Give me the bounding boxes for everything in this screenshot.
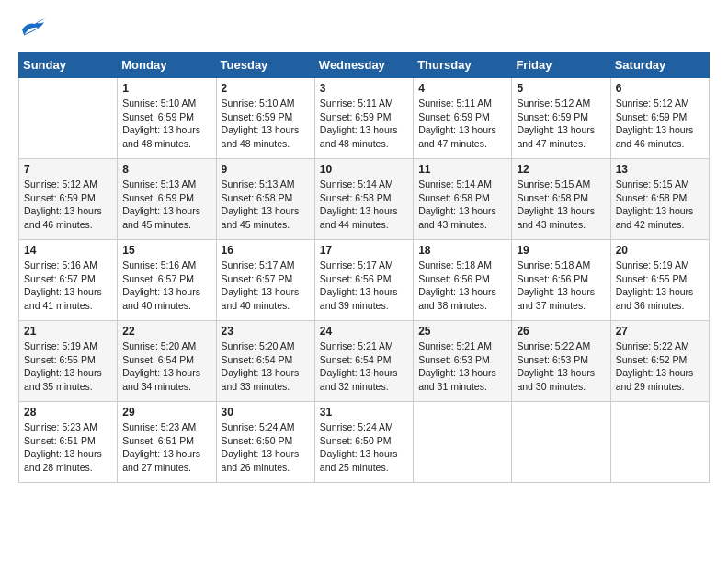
day-number: 4 bbox=[418, 82, 506, 95]
day-number: 29 bbox=[122, 406, 210, 419]
day-cell bbox=[512, 402, 610, 483]
day-number: 10 bbox=[320, 163, 408, 176]
day-cell: 8Sunrise: 5:13 AMSunset: 6:59 PMDaylight… bbox=[118, 159, 216, 240]
day-number: 30 bbox=[222, 406, 310, 419]
week-row-1: 1Sunrise: 5:10 AMSunset: 6:59 PMDaylight… bbox=[19, 78, 710, 159]
day-info: Sunrise: 5:16 AMSunset: 6:57 PMDaylight:… bbox=[122, 259, 210, 313]
day-info: Sunrise: 5:13 AMSunset: 6:58 PMDaylight:… bbox=[222, 178, 310, 232]
day-info: Sunrise: 5:16 AMSunset: 6:57 PMDaylight:… bbox=[24, 259, 112, 313]
day-number: 1 bbox=[122, 82, 210, 95]
day-cell: 11Sunrise: 5:14 AMSunset: 6:58 PMDayligh… bbox=[414, 159, 512, 240]
day-cell bbox=[414, 402, 512, 483]
day-info: Sunrise: 5:12 AMSunset: 6:59 PMDaylight:… bbox=[24, 178, 112, 232]
day-cell: 27Sunrise: 5:22 AMSunset: 6:52 PMDayligh… bbox=[610, 321, 709, 402]
day-info: Sunrise: 5:18 AMSunset: 6:56 PMDaylight:… bbox=[517, 259, 605, 313]
day-cell: 25Sunrise: 5:21 AMSunset: 6:53 PMDayligh… bbox=[414, 321, 512, 402]
day-number: 25 bbox=[418, 325, 506, 338]
day-number: 3 bbox=[320, 82, 408, 95]
day-cell: 28Sunrise: 5:23 AMSunset: 6:51 PMDayligh… bbox=[19, 402, 118, 483]
day-number: 24 bbox=[320, 325, 408, 338]
week-row-4: 21Sunrise: 5:19 AMSunset: 6:55 PMDayligh… bbox=[19, 321, 710, 402]
day-number: 31 bbox=[320, 406, 408, 419]
calendar-table: Sunday Monday Tuesday Wednesday Thursday… bbox=[18, 52, 710, 483]
day-info: Sunrise: 5:22 AMSunset: 6:53 PMDaylight:… bbox=[517, 339, 605, 394]
day-number: 8 bbox=[122, 163, 210, 176]
day-number: 13 bbox=[616, 163, 704, 176]
day-cell: 21Sunrise: 5:19 AMSunset: 6:55 PMDayligh… bbox=[19, 321, 118, 402]
day-number: 15 bbox=[122, 244, 210, 257]
day-number: 19 bbox=[517, 244, 605, 257]
day-info: Sunrise: 5:12 AMSunset: 6:59 PMDaylight:… bbox=[616, 97, 704, 151]
day-info: Sunrise: 5:22 AMSunset: 6:52 PMDaylight:… bbox=[616, 339, 704, 394]
day-info: Sunrise: 5:19 AMSunset: 6:55 PMDaylight:… bbox=[616, 259, 704, 313]
week-row-2: 7Sunrise: 5:12 AMSunset: 6:59 PMDaylight… bbox=[19, 159, 710, 240]
day-cell bbox=[610, 402, 709, 483]
day-info: Sunrise: 5:17 AMSunset: 6:56 PMDaylight:… bbox=[320, 259, 408, 313]
day-cell: 10Sunrise: 5:14 AMSunset: 6:58 PMDayligh… bbox=[314, 159, 413, 240]
header-saturday: Saturday bbox=[610, 52, 709, 78]
day-cell: 22Sunrise: 5:20 AMSunset: 6:54 PMDayligh… bbox=[118, 321, 216, 402]
day-number: 12 bbox=[517, 163, 605, 176]
header-friday: Friday bbox=[512, 52, 610, 78]
day-cell: 19Sunrise: 5:18 AMSunset: 6:56 PMDayligh… bbox=[512, 240, 610, 321]
header-wednesday: Wednesday bbox=[314, 52, 413, 78]
header-monday: Monday bbox=[118, 52, 216, 78]
header-sunday: Sunday bbox=[19, 52, 118, 78]
day-cell bbox=[19, 78, 118, 159]
day-info: Sunrise: 5:12 AMSunset: 6:59 PMDaylight:… bbox=[517, 97, 605, 151]
day-cell: 29Sunrise: 5:23 AMSunset: 6:51 PMDayligh… bbox=[118, 402, 216, 483]
day-cell: 3Sunrise: 5:11 AMSunset: 6:59 PMDaylight… bbox=[314, 78, 413, 159]
day-cell: 12Sunrise: 5:15 AMSunset: 6:58 PMDayligh… bbox=[512, 159, 610, 240]
day-cell: 17Sunrise: 5:17 AMSunset: 6:56 PMDayligh… bbox=[314, 240, 413, 321]
day-info: Sunrise: 5:15 AMSunset: 6:58 PMDaylight:… bbox=[517, 178, 605, 232]
logo-bird-icon bbox=[20, 18, 46, 39]
day-number: 6 bbox=[616, 82, 704, 95]
day-cell: 20Sunrise: 5:19 AMSunset: 6:55 PMDayligh… bbox=[610, 240, 709, 321]
day-info: Sunrise: 5:14 AMSunset: 6:58 PMDaylight:… bbox=[320, 178, 408, 232]
logo bbox=[18, 18, 46, 42]
day-info: Sunrise: 5:23 AMSunset: 6:51 PMDaylight:… bbox=[24, 420, 112, 475]
day-cell: 7Sunrise: 5:12 AMSunset: 6:59 PMDaylight… bbox=[19, 159, 118, 240]
day-cell: 30Sunrise: 5:24 AMSunset: 6:50 PMDayligh… bbox=[216, 402, 314, 483]
day-number: 26 bbox=[517, 325, 605, 338]
day-info: Sunrise: 5:17 AMSunset: 6:57 PMDaylight:… bbox=[222, 259, 310, 313]
day-info: Sunrise: 5:14 AMSunset: 6:58 PMDaylight:… bbox=[418, 178, 506, 232]
day-number: 21 bbox=[24, 325, 112, 338]
day-cell: 24Sunrise: 5:21 AMSunset: 6:54 PMDayligh… bbox=[314, 321, 413, 402]
day-cell: 15Sunrise: 5:16 AMSunset: 6:57 PMDayligh… bbox=[118, 240, 216, 321]
day-cell: 23Sunrise: 5:20 AMSunset: 6:54 PMDayligh… bbox=[216, 321, 314, 402]
day-cell: 13Sunrise: 5:15 AMSunset: 6:58 PMDayligh… bbox=[610, 159, 709, 240]
day-cell: 14Sunrise: 5:16 AMSunset: 6:57 PMDayligh… bbox=[19, 240, 118, 321]
day-info: Sunrise: 5:15 AMSunset: 6:58 PMDaylight:… bbox=[616, 178, 704, 232]
day-info: Sunrise: 5:10 AMSunset: 6:59 PMDaylight:… bbox=[222, 97, 310, 151]
day-number: 5 bbox=[517, 82, 605, 95]
day-info: Sunrise: 5:11 AMSunset: 6:59 PMDaylight:… bbox=[320, 97, 408, 151]
day-info: Sunrise: 5:24 AMSunset: 6:50 PMDaylight:… bbox=[320, 420, 408, 475]
day-number: 28 bbox=[24, 406, 112, 419]
page-header bbox=[18, 18, 710, 42]
day-info: Sunrise: 5:21 AMSunset: 6:54 PMDaylight:… bbox=[320, 339, 408, 394]
day-info: Sunrise: 5:20 AMSunset: 6:54 PMDaylight:… bbox=[122, 339, 210, 394]
day-cell: 1Sunrise: 5:10 AMSunset: 6:59 PMDaylight… bbox=[118, 78, 216, 159]
week-row-5: 28Sunrise: 5:23 AMSunset: 6:51 PMDayligh… bbox=[19, 402, 710, 483]
day-info: Sunrise: 5:11 AMSunset: 6:59 PMDaylight:… bbox=[418, 97, 506, 151]
day-cell: 9Sunrise: 5:13 AMSunset: 6:58 PMDaylight… bbox=[216, 159, 314, 240]
day-cell: 5Sunrise: 5:12 AMSunset: 6:59 PMDaylight… bbox=[512, 78, 610, 159]
day-number: 18 bbox=[418, 244, 506, 257]
day-number: 11 bbox=[418, 163, 506, 176]
day-info: Sunrise: 5:19 AMSunset: 6:55 PMDaylight:… bbox=[24, 339, 112, 394]
day-number: 14 bbox=[24, 244, 112, 257]
day-number: 17 bbox=[320, 244, 408, 257]
day-cell: 31Sunrise: 5:24 AMSunset: 6:50 PMDayligh… bbox=[314, 402, 413, 483]
calendar-header-row: Sunday Monday Tuesday Wednesday Thursday… bbox=[19, 52, 710, 78]
day-cell: 2Sunrise: 5:10 AMSunset: 6:59 PMDaylight… bbox=[216, 78, 314, 159]
day-number: 23 bbox=[222, 325, 310, 338]
day-info: Sunrise: 5:10 AMSunset: 6:59 PMDaylight:… bbox=[122, 97, 210, 151]
day-number: 7 bbox=[24, 163, 112, 176]
header-thursday: Thursday bbox=[414, 52, 512, 78]
day-cell: 26Sunrise: 5:22 AMSunset: 6:53 PMDayligh… bbox=[512, 321, 610, 402]
day-info: Sunrise: 5:24 AMSunset: 6:50 PMDaylight:… bbox=[222, 420, 310, 475]
day-info: Sunrise: 5:20 AMSunset: 6:54 PMDaylight:… bbox=[222, 339, 310, 394]
day-cell: 4Sunrise: 5:11 AMSunset: 6:59 PMDaylight… bbox=[414, 78, 512, 159]
day-number: 16 bbox=[222, 244, 310, 257]
